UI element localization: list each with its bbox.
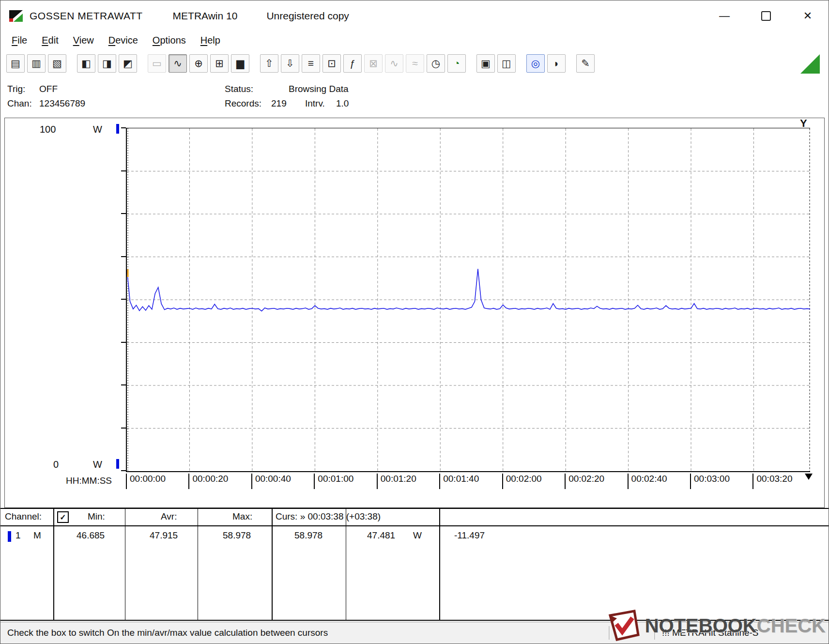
menu-edit[interactable]: Edit [34, 33, 65, 48]
maximize-button[interactable] [745, 0, 787, 31]
y-axis-unit-bottom: W [93, 459, 102, 470]
cursor-2-handle-top[interactable]: Y [800, 117, 807, 130]
channel-color-marker-bottom [116, 459, 119, 469]
x-tick-label: 00:00:20 [188, 474, 228, 489]
maximize-icon [761, 11, 771, 21]
records-value: 219 [271, 96, 298, 111]
download-settings-button[interactable]: ⇩ [281, 54, 299, 73]
channel-color-marker-top [116, 124, 119, 134]
upload-settings-button[interactable]: ⇧ [260, 54, 278, 73]
device-read-button[interactable]: ◧ [77, 54, 95, 73]
y-axis-unit-top: W [93, 124, 102, 135]
cursor-value-unit: W [413, 530, 422, 541]
trend-chart-area: 100 W 0 W HH:MM:SS Y 00:00:0000:00:2000:… [4, 118, 825, 508]
cursor-2-handle-bottom[interactable] [805, 474, 813, 480]
x-axis-time-format-label: HH:MM:SS [66, 475, 112, 486]
signal-fm-button: ≈ [406, 54, 424, 73]
annotation-button[interactable]: ✎ [576, 54, 595, 73]
records-label: Records: [225, 96, 271, 111]
status-label: Status: [225, 82, 289, 96]
zoom-time-button[interactable]: ◎ [526, 54, 545, 73]
toolbar-separator [69, 63, 75, 64]
close-button[interactable]: ✕ [787, 0, 829, 31]
save-button[interactable]: ▤ [6, 54, 25, 73]
toolbar-separator [518, 63, 524, 64]
y-axis-tick [121, 127, 126, 128]
zoom-cursor-button[interactable]: ◗ [547, 54, 566, 73]
power-trend-plot[interactable] [126, 128, 810, 472]
xy-view-button[interactable]: ⊕ [189, 54, 208, 73]
x-tick-label: 00:02:40 [628, 474, 667, 489]
x-tick-label: 00:02:00 [502, 474, 542, 489]
trig-label: Trig: [7, 82, 39, 96]
notebookcheck-badge-icon [606, 610, 641, 642]
interval-timer-button[interactable]: ◔ [447, 54, 466, 73]
column-divider [198, 509, 198, 620]
y-axis-tick [121, 342, 126, 343]
menu-options[interactable]: Options [145, 33, 193, 48]
window-title-license: Unregistered copy [266, 10, 349, 22]
chan-value: 123456789 [39, 98, 85, 108]
x-tick-label: 00:00:00 [126, 474, 166, 489]
toolbar-separator [252, 63, 258, 64]
menubar: FileEditViewDeviceOptionsHelp [0, 31, 829, 50]
channel-statistics-panel: Channel: Min: Avr: Max: Curs: » 00:03:38… [0, 508, 829, 621]
y-axis-tick [121, 256, 126, 257]
x-tick-label: 00:03:00 [690, 474, 730, 489]
open-button[interactable]: ▧ [48, 54, 66, 73]
watermark-text-check: CHECK [757, 615, 826, 636]
column-divider [439, 509, 440, 620]
menu-view[interactable]: View [66, 33, 101, 48]
device-write-button[interactable]: ◩ [119, 54, 137, 73]
menu-help[interactable]: Help [193, 33, 228, 48]
menu-file[interactable]: File [4, 33, 34, 48]
channel-mode: M [33, 530, 41, 541]
y-axis-tick [121, 213, 126, 214]
resize-corner-icon[interactable] [800, 54, 820, 74]
window-title-brand: GOSSEN METRAWATT [30, 10, 143, 22]
notebookcheck-wordmark: NOTEBOOKCHECK [645, 615, 826, 637]
x-tick-label: 00:00:40 [251, 474, 291, 489]
bar-graph-view-button[interactable]: ▆ [231, 54, 249, 73]
channel-list-button[interactable]: ≡ [302, 54, 320, 73]
menu-device[interactable]: Device [101, 33, 145, 48]
remote-device-button: ⊠ [364, 54, 383, 73]
time-export-button[interactable]: ◷ [427, 54, 445, 73]
cursor-current-value: 47.481 [367, 530, 395, 541]
y-axis-tick [121, 428, 126, 429]
status-records-info: Status:Browsing Data Records:219Intrv.1.… [225, 82, 349, 111]
minmax-between-cursors-checkbox[interactable]: ✓ [57, 511, 69, 523]
print-preview-button[interactable]: ◫ [497, 54, 516, 73]
notebookcheck-watermark: NOTEBOOKCHECK [606, 610, 826, 642]
formula-button[interactable]: ƒ [343, 54, 362, 73]
y-axis-tick [121, 299, 126, 300]
gossen-metrawatt-logo-icon [8, 9, 24, 23]
window-title-app: METRAwin 10 [173, 10, 238, 22]
column-divider [346, 509, 346, 620]
toolbar-separator [139, 63, 145, 64]
channel-number: 1 [15, 530, 21, 541]
print-button[interactable]: ▣ [476, 54, 495, 73]
numeric-display-button: ▭ [148, 54, 166, 73]
device-memory-button[interactable]: ◨ [98, 54, 116, 73]
channel-column-label: Channel: [5, 511, 42, 522]
x-tick-label: 00:01:20 [377, 474, 416, 489]
status-value: Browsing Data [289, 84, 349, 94]
monitor-button[interactable]: ⊡ [322, 54, 341, 73]
x-tick-label: 00:03:20 [752, 474, 792, 489]
trigger-channel-info: Trig:OFF Chan:123456789 [7, 82, 85, 111]
cursor-column-label: Curs: » 00:03:38 (+03:38) [276, 511, 381, 522]
table-view-button[interactable]: ⊞ [210, 54, 229, 73]
trig-value: OFF [39, 84, 58, 94]
max-column-label: Max: [232, 511, 252, 522]
minimize-button[interactable]: — [704, 0, 745, 31]
save-as-button[interactable]: ▥ [27, 54, 46, 73]
min-column-label: Min: [88, 511, 105, 522]
chan-label: Chan: [7, 96, 39, 111]
x-tick-label: 00:02:20 [565, 474, 604, 489]
y-axis-min-label: 0 [53, 459, 59, 470]
toolbar: ▤▥▧◧◨◩▭∿⊕⊞▆⇧⇩≡⊡ƒ⊠∿≈◷◔▣◫◎◗✎ [0, 50, 829, 77]
trend-view-button[interactable]: ∿ [169, 54, 187, 73]
x-tick-label: 00:01:00 [314, 474, 353, 489]
status-hint-text: Check the box to switch On the min/avr/m… [0, 628, 609, 638]
